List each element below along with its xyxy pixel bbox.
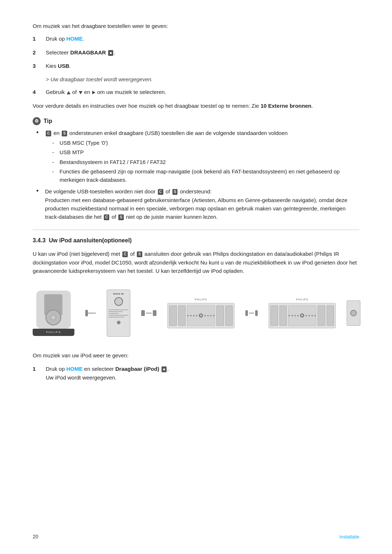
stereo-knob-2 (300, 313, 304, 317)
tip-bullet-2: • De volgende USB-toestellen worden niet… (36, 187, 359, 221)
right-dock-circle (350, 310, 357, 316)
details-paragraph: Voor verdure details en instructies over… (33, 102, 359, 110)
sub-item-4: -Functies die gebaseerd zijn op normale … (52, 167, 359, 184)
bullet-dot-2: • (36, 187, 42, 221)
sub-item-1: -USB MSC (Type '0') (52, 139, 359, 147)
icon-c-3: C (104, 214, 109, 220)
step-2-text: Selecteer DRAAGBAAR ■. (46, 48, 359, 57)
right-dock-box (347, 300, 360, 326)
triangle-down-icon (79, 91, 82, 94)
ipod-dock-illustration: PHILIPS (33, 291, 74, 336)
sub-text-1: USB MSC (Type '0') (60, 139, 108, 147)
stereo-dots-row-1 (187, 313, 215, 317)
stereo-dots-row-2 (289, 313, 316, 317)
stereo-brand-2: PHILIPS (296, 298, 309, 301)
bullet-dot-1: • (36, 129, 42, 185)
tip-bullet-1: • C en S ondersteunen enkel draagbare (U… (36, 129, 359, 185)
stereo-knob-1 (199, 313, 203, 317)
stereo-brand-1: PHILIPS (195, 298, 207, 301)
sub-text-2: USB MTP (60, 148, 84, 156)
speaker-left-2 (178, 305, 186, 326)
line-2 (146, 313, 152, 313)
dock-station-lines (109, 309, 128, 317)
icon-s-1: S (62, 131, 67, 136)
stereo-center-panel-2 (288, 305, 316, 326)
section-num: 3.4.3 (33, 237, 46, 243)
triangle-up-icon (67, 91, 70, 94)
step-4-text: Gebruik of en om uw muziek te selecteren… (46, 88, 359, 96)
right-dock (347, 300, 360, 326)
icon-c-2: C (158, 189, 163, 195)
speaker-left-4 (279, 305, 287, 326)
section-title: Uw iPod aansluiten(optioneel) (49, 237, 131, 243)
stereo-center-panel-1 (187, 305, 215, 326)
small-box-1 (141, 310, 145, 316)
dock-station-label: DOCK IN (113, 293, 124, 295)
step-1-text: Druk op HOME. (46, 34, 359, 43)
plug-3 (245, 310, 248, 316)
step-4: 4 Gebruik of en om uw muziek te selecter… (33, 88, 359, 96)
tip-label: Tip (44, 118, 52, 124)
sub-item-2: -USB MTP (52, 148, 359, 156)
section-heading: 3.4.3 Uw iPod aansluiten(optioneel) (33, 237, 359, 244)
speaker-right-1 (216, 305, 224, 326)
usb-note: > Uw draagbaar toestel wordt weergegeven… (46, 75, 359, 83)
icon-c-ipod: C (122, 251, 128, 257)
tip-icon: ⚙ (33, 117, 41, 125)
draagbaar-ipod-icon: ■ (162, 366, 167, 372)
step-1-num: 1 (33, 36, 39, 42)
speaker-right-4 (327, 305, 334, 326)
dash-3: - (52, 158, 57, 166)
step-2: 2 Selecteer DRAAGBAAR ■. (33, 48, 359, 57)
line-1 (88, 313, 96, 313)
sub-list-1: -USB MSC (Type '0') -USB MTP -Bestandssy… (52, 139, 359, 184)
connector-2 (141, 310, 156, 316)
connector-1 (85, 310, 96, 316)
speaker-right-3 (318, 305, 325, 326)
dash-1: - (52, 139, 57, 147)
diagram-area: PHILIPS DOCK IN (33, 286, 359, 340)
icon-c-1: C (46, 131, 51, 136)
dock-station-circle-icon (114, 297, 123, 306)
tip-bullet-1-text: C en S ondersteunen enkel draagbare (USB… (45, 129, 359, 185)
dash-4: - (52, 167, 57, 184)
step-4-num: 4 (33, 89, 39, 95)
step-3-num: 3 (33, 63, 39, 69)
sub-text-4: Functies die gebaseerd zijn op normale m… (60, 167, 359, 184)
icon-s-3: S (118, 214, 124, 220)
step-3-text: Kies USB. (46, 62, 359, 70)
section-divider (33, 230, 359, 230)
plug-1 (85, 310, 88, 316)
ipod-wheel-center (50, 315, 56, 320)
dock-station-knob (117, 321, 121, 324)
tip-section: ⚙ Tip • C en S ondersteunen enkel draagb… (33, 117, 359, 221)
ipod-outro-paragraph: Om muziek van uw iPod weer te geven: (33, 351, 359, 360)
philips-brand: PHILIPS (46, 331, 61, 334)
step-2-num: 2 (33, 49, 39, 56)
stereo-body-1 (167, 303, 234, 328)
ipod-body (36, 291, 71, 329)
stereo-body-2 (269, 303, 336, 328)
icon-s-ipod: S (137, 251, 142, 257)
plug-4 (255, 310, 258, 316)
dock-station-illustration: DOCK IN (107, 290, 130, 337)
usb-note-text: > Uw draagbaar toestel wordt weergegeven… (46, 76, 153, 82)
tip-bullet-list: • C en S ondersteunen enkel draagbare (U… (36, 129, 359, 221)
home-label-1: HOME (66, 36, 83, 42)
triangle-right-icon (92, 91, 95, 94)
intro-paragraph: Om muziek van het draagbare toestellen w… (33, 22, 359, 30)
step-1: 1 Druk op HOME. (33, 34, 359, 43)
speaker-left-1 (169, 305, 177, 326)
stereo-unit-2: PHILIPS (269, 298, 336, 328)
dash-2: - (52, 148, 57, 156)
step-ipod-1-num: 1 (33, 366, 39, 372)
line-3 (249, 313, 254, 313)
footer: 20 Installatie (33, 534, 359, 539)
small-box-2 (153, 310, 156, 316)
ipod-sub-note: Uw iPod wordt weergegeven. (46, 374, 117, 381)
sub-item-3: -Bestandssysteem in FAT12 / FAT16 / FAT3… (52, 158, 359, 166)
tip-header: ⚙ Tip (33, 117, 359, 125)
step-ipod-1: 1 Druk op HOME en selecteer Draagbaar (i… (33, 365, 359, 382)
speaker-left-3 (270, 305, 278, 326)
icon-s-2: S (172, 189, 178, 195)
